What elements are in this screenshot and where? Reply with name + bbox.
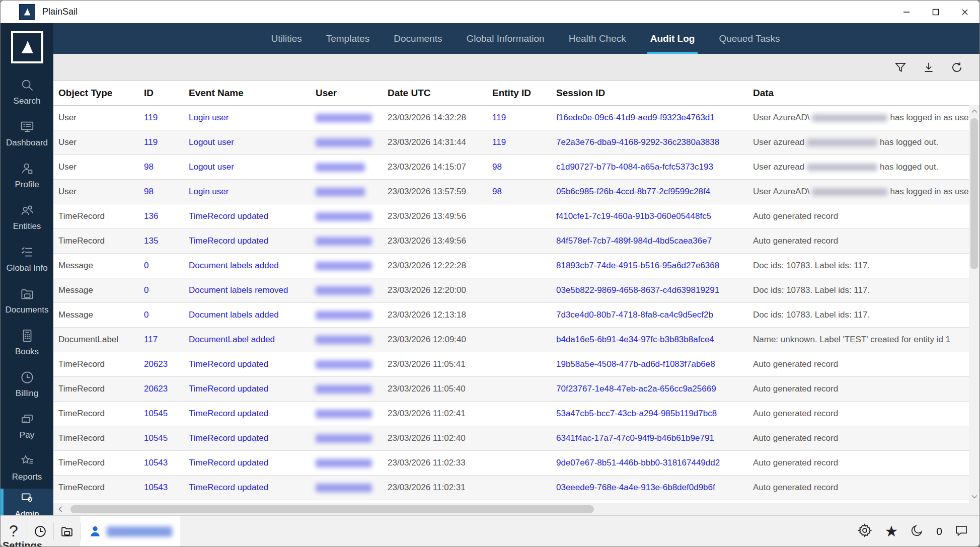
id-link[interactable]: 0 bbox=[144, 285, 148, 295]
user-name-redacted[interactable] bbox=[316, 410, 372, 418]
sidebar-item-search[interactable]: Search bbox=[1, 71, 53, 113]
files-button[interactable] bbox=[54, 516, 80, 546]
id-link[interactable]: 135 bbox=[144, 236, 158, 246]
event-name-link[interactable]: TimeRecord updated bbox=[189, 236, 268, 246]
id-link[interactable]: 98 bbox=[144, 187, 154, 196]
id-link[interactable]: 10545 bbox=[144, 409, 168, 418]
id-link[interactable]: 117 bbox=[144, 335, 158, 344]
user-name-redacted[interactable] bbox=[316, 311, 372, 320]
entity-id-link[interactable]: 98 bbox=[492, 187, 502, 196]
comments-icon[interactable] bbox=[954, 523, 968, 539]
session-id-link[interactable]: 53a47cb5-bcc7-43cb-a294-985b119d7bc8 bbox=[556, 409, 717, 418]
event-name-link[interactable]: TimeRecord updated bbox=[189, 433, 268, 443]
close-button[interactable] bbox=[950, 1, 979, 23]
event-name-link[interactable]: TimeRecord updated bbox=[189, 359, 268, 369]
user-name-redacted[interactable] bbox=[316, 336, 372, 344]
tab-documents[interactable]: Documents bbox=[393, 23, 443, 54]
id-link[interactable]: 20623 bbox=[144, 359, 168, 369]
event-name-link[interactable]: Logout user bbox=[189, 137, 234, 147]
id-link[interactable]: 0 bbox=[144, 261, 148, 270]
session-id-link[interactable]: 7e2a3e76-dba9-4168-9292-36c2380a3838 bbox=[556, 137, 719, 147]
event-name-link[interactable]: TimeRecord updated bbox=[189, 483, 268, 492]
tab-health-check[interactable]: Health Check bbox=[568, 23, 627, 54]
event-name-link[interactable]: Logout user bbox=[189, 162, 234, 172]
current-user[interactable] bbox=[81, 516, 180, 546]
user-name-redacted[interactable] bbox=[316, 262, 372, 270]
horizontal-scrollbar[interactable] bbox=[53, 503, 979, 516]
table-row[interactable]: TimeRecord135TimeRecord updated23/03/202… bbox=[53, 229, 979, 254]
scroll-down-icon[interactable] bbox=[969, 492, 979, 502]
event-name-link[interactable]: TimeRecord updated bbox=[189, 458, 268, 467]
column-header-object-type[interactable]: Object Type bbox=[53, 81, 139, 106]
user-name-redacted[interactable] bbox=[316, 163, 365, 172]
sidebar-item-billing[interactable]: Billing bbox=[1, 363, 53, 405]
id-link[interactable]: 20623 bbox=[144, 384, 168, 394]
entity-id-link[interactable]: 119 bbox=[492, 113, 506, 122]
table-row[interactable]: TimeRecord20623TimeRecord updated23/03/2… bbox=[53, 377, 979, 402]
id-link[interactable]: 119 bbox=[144, 137, 158, 147]
user-name-redacted[interactable] bbox=[316, 237, 372, 246]
session-id-link[interactable]: 03eeede9-768e-4a4e-913e-6b8def0d9b6f bbox=[556, 483, 715, 492]
event-name-link[interactable]: TimeRecord updated bbox=[189, 409, 268, 418]
maximize-button[interactable] bbox=[921, 1, 950, 23]
table-row[interactable]: TimeRecord10543TimeRecord updated23/03/2… bbox=[53, 476, 979, 500]
user-name-redacted[interactable] bbox=[316, 459, 372, 467]
table-row[interactable]: Message0Document labels removed23/03/202… bbox=[53, 278, 979, 303]
sidebar-item-reports[interactable]: Reports bbox=[1, 447, 53, 489]
sidebar-item-global-info[interactable]: Global Info bbox=[1, 238, 53, 280]
table-row[interactable]: Message0Document labels added23/03/2026 … bbox=[53, 254, 979, 278]
session-id-link[interactable]: 19b58a5e-4508-477b-ad6d-f1083f7ab6e8 bbox=[556, 359, 715, 369]
scroll-left-icon[interactable] bbox=[53, 503, 67, 516]
column-header-id[interactable]: ID bbox=[139, 81, 184, 106]
column-header-data[interactable]: Data bbox=[748, 81, 979, 106]
settings-gear-icon[interactable] bbox=[857, 523, 872, 540]
user-name-redacted[interactable] bbox=[316, 434, 372, 443]
event-name-link[interactable]: Document labels removed bbox=[189, 285, 288, 295]
session-id-link[interactable]: 7d3ce4d0-80b7-4718-8fa8-ca4c9d5ecf2b bbox=[556, 310, 713, 320]
user-name-redacted[interactable] bbox=[316, 138, 372, 147]
user-name-redacted[interactable] bbox=[316, 360, 372, 369]
user-name-redacted[interactable] bbox=[316, 114, 372, 122]
table-row[interactable]: User119Logout user23/03/2026 14:31:44119… bbox=[53, 130, 979, 155]
download-icon[interactable] bbox=[921, 60, 936, 75]
id-link[interactable]: 119 bbox=[144, 113, 158, 122]
table-row[interactable]: TimeRecord10545TimeRecord updated23/03/2… bbox=[53, 426, 979, 451]
entity-id-link[interactable]: 98 bbox=[492, 162, 502, 172]
id-link[interactable]: 136 bbox=[144, 211, 158, 221]
event-name-link[interactable]: TimeRecord updated bbox=[189, 211, 268, 221]
event-name-link[interactable]: Document labels added bbox=[189, 261, 279, 270]
entity-id-link[interactable]: 119 bbox=[492, 137, 506, 147]
scroll-up-icon[interactable] bbox=[969, 106, 979, 116]
event-name-link[interactable]: Login user bbox=[189, 187, 229, 196]
session-id-link[interactable]: b4da16e5-6b91-4e34-97fc-b3b83b8afce4 bbox=[556, 335, 714, 344]
session-id-link[interactable]: c1d90727-b77b-4084-a65a-fcfc5373c193 bbox=[556, 162, 713, 172]
tab-templates[interactable]: Templates bbox=[325, 23, 371, 54]
id-link[interactable]: 0 bbox=[144, 310, 148, 320]
id-link[interactable]: 98 bbox=[144, 162, 154, 172]
minimize-button[interactable] bbox=[892, 1, 921, 23]
table-row[interactable]: TimeRecord20623TimeRecord updated23/03/2… bbox=[53, 352, 979, 377]
table-row[interactable]: User119Login user23/03/2026 14:32:28119f… bbox=[53, 106, 979, 130]
user-name-redacted[interactable] bbox=[316, 484, 372, 492]
column-header-entity-id[interactable]: Entity ID bbox=[487, 81, 551, 106]
sidebar-item-books[interactable]: Books bbox=[1, 322, 53, 363]
table-row[interactable]: TimeRecord10543TimeRecord updated23/03/2… bbox=[53, 451, 979, 476]
sidebar-item-admin[interactable]: Admin bbox=[1, 489, 53, 516]
event-name-link[interactable]: DocumentLabel added bbox=[189, 335, 275, 344]
user-name-redacted[interactable] bbox=[316, 212, 372, 221]
event-name-link[interactable]: TimeRecord updated bbox=[189, 384, 268, 394]
column-header-date-utc[interactable]: Date UTC bbox=[383, 81, 487, 106]
user-name-redacted[interactable] bbox=[316, 286, 372, 295]
table-row[interactable]: TimeRecord10545TimeRecord updated23/03/2… bbox=[53, 402, 979, 426]
horizontal-scroll-thumb[interactable] bbox=[70, 505, 594, 513]
sidebar-item-entities[interactable]: Entities bbox=[1, 196, 53, 238]
id-link[interactable]: 10543 bbox=[144, 458, 168, 467]
session-id-link[interactable]: f410cfe1-7c19-460a-91b3-060e05448fc5 bbox=[556, 211, 711, 221]
user-name-redacted[interactable] bbox=[316, 188, 365, 196]
session-id-link[interactable]: 84f578ef-7cb7-489f-984d-4bd5caea36e7 bbox=[556, 236, 712, 246]
table-row[interactable]: DocumentLabel117DocumentLabel added23/03… bbox=[53, 328, 979, 352]
sidebar-item-dashboard[interactable]: Dashboard bbox=[1, 113, 53, 154]
id-link[interactable]: 10543 bbox=[144, 483, 168, 492]
session-id-link[interactable]: 03e5b822-9869-4658-8637-c4d639819291 bbox=[556, 285, 719, 295]
tab-queued-tasks[interactable]: Queued Tasks bbox=[718, 23, 781, 54]
